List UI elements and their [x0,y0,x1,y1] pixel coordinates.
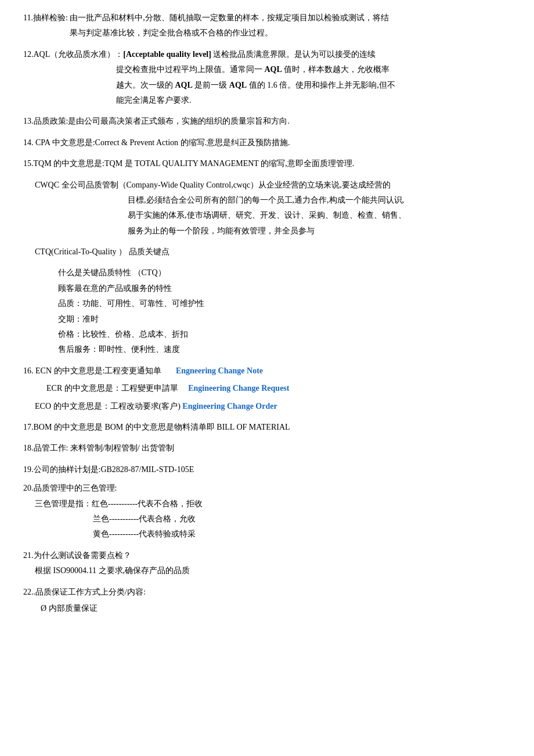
document-body: 11.抽样检验: 由一批产品和材料中,分散、随机抽取一定数量的样本，按规定项目加… [23,12,511,615]
section-cwqc: CWQC 全公司品质管制（Company-Wide Quality Contro… [35,179,511,238]
section-19-text: 19.公司的抽样计划是:GB2828-87/MIL-STD-105E [23,463,511,476]
section-20: 20.品质管理中的三色管理: 三色管理是指：红色-----------代表不合格… [23,482,511,541]
section-14: 14. CPA 中文意思是:Correct & Prevent Action 的… [23,136,511,149]
ctq-detail-2: 顾客最在意的产品或服务的特性 [58,282,511,295]
section-16-ecn: 16. ECN 的中文意思是:工程变更通知单 Engneering Change… [23,365,511,377]
section-20-line1: 20.品质管理中的三色管理: [23,482,511,495]
ctq-heading: CTQ(Critical-To-Quality ） 品质关键点 [35,246,511,258]
section-21-line2: 根据 ISO90004.11 之要求,确保存产品的品质 [35,564,511,577]
cwqc-line1: CWQC 全公司品质管制（Company-Wide Quality Contro… [35,179,511,192]
section-20-line3: 兰色-----------代表合格，允收 [93,513,511,525]
section-11-line1: 11.抽样检验: 由一批产品和材料中,分散、随机抽取一定数量的样本，按规定项目加… [23,12,511,24]
section-11: 11.抽样检验: 由一批产品和材料中,分散、随机抽取一定数量的样本，按规定项目加… [23,12,511,40]
section-13-text: 13.品质政策:是由公司最高决策者正式颁布，实施的组织的质量宗旨和方向. [23,115,511,128]
ctq-detail-6: 售后服务：即时性、便利性、速度 [58,343,511,356]
section-18: 18.品管工作: 来料管制/制程管制/ 出货管制 [23,442,511,455]
cwqc-line3: 易于实施的体系,使市场调研、研究、开发、设计、采购、制造、检查、销售、 [128,209,511,222]
section-22-line1: 22..品质保证工作方式上分类/内容: [23,586,511,599]
ctq-detail-1: 什么是关键品质特性 （CTQ） [58,267,511,279]
eco-english: Engineering Change Order [182,402,277,411]
section-16: 16. ECN 的中文意思是:工程变更通知单 Engneering Change… [23,365,511,413]
ecn-english: Engneering Change Note [176,366,263,375]
section-ctq-details: 什么是关键品质特性 （CTQ） 顾客最在意的产品或服务的特性 品质：功能、可用性… [58,267,511,356]
section-14-text: 14. CPA 中文意思是:Correct & Prevent Action 的… [23,136,511,149]
section-19: 19.公司的抽样计划是:GB2828-87/MIL-STD-105E [23,463,511,476]
ctq-detail-3: 品质：功能、可用性、可靠性、可维护性 [58,297,511,310]
section-22-line2: Ø 内部质量保证 [41,602,511,615]
section-15-text: 15.TQM 的中文意思是:TQM 是 TOTAL QUALITY MANAGE… [23,157,511,170]
section-12-line3: 越大。次一级的 AQL 是前一级 AQL 值的 1.6 倍。使用和操作上并无影响… [116,79,511,92]
section-12-line4: 能完全满足客户要求. [116,94,511,107]
ctq-detail-5: 价格：比较性、价格、总成本、折扣 [58,328,511,341]
section-11-line2: 果与判定基准比较，判定全批合格或不合格的作业过程。 [70,27,511,39]
section-15: 15.TQM 的中文意思是:TQM 是 TOTAL QUALITY MANAGE… [23,157,511,170]
section-16-eco: ECO 的中文意思是：工程改动要求(客户) Engineering Change… [35,400,511,413]
section-18-text: 18.品管工作: 来料管制/制程管制/ 出货管制 [23,442,511,455]
section-12-line1: 12.AQL（允收品质水准）：[Acceptable quality level… [23,48,511,61]
section-12: 12.AQL（允收品质水准）：[Acceptable quality level… [23,48,511,107]
section-13: 13.品质政策:是由公司最高决策者正式颁布，实施的组织的质量宗旨和方向. [23,115,511,128]
section-22: 22..品质保证工作方式上分类/内容: Ø 内部质量保证 [23,586,511,615]
section-16-ecr: ECR 的中文意思是：工程變更申請單 Engineering Change Re… [46,382,511,395]
section-21: 21.为什么测试设备需要点检？ 根据 ISO90004.11 之要求,确保存产品… [23,549,511,578]
section-ctq: CTQ(Critical-To-Quality ） 品质关键点 [35,246,511,258]
section-17-text: 17.BOM 的中文意思是 BOM 的中文意思是物料清单即 BILL OF MA… [23,421,511,434]
section-12-aql-bold: [Acceptable quality level] [123,50,211,59]
section-20-line2: 三色管理是指：红色-----------代表不合格，拒收 [35,498,511,510]
section-12-line2: 提交检查批中过程平均上限值。通常同一 AQL 值时，样本数越大，允收概率 [116,63,511,76]
ecr-english: Engineering Change Request [188,384,289,393]
ctq-detail-4: 交期：准时 [58,313,511,326]
section-17: 17.BOM 的中文意思是 BOM 的中文意思是物料清单即 BILL OF MA… [23,421,511,434]
cwqc-line2: 目標,必须结合全公司所有的部门的每一个员工,通力合作,构成一个能共同认识, [128,194,511,207]
section-20-line4: 黄色-----------代表特验或特采 [93,528,511,541]
section-21-line1: 21.为什么测试设备需要点检？ [23,549,511,562]
cwqc-line4: 服务为止的每一个阶段，均能有效管理，并全员参与 [128,225,511,237]
